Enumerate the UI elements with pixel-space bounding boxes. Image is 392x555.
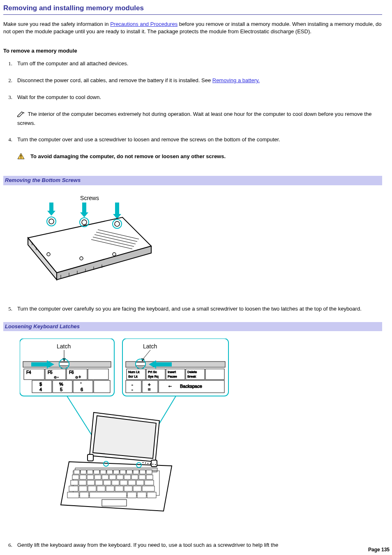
- page-title: Removing and installing memory modules: [3, 3, 382, 14]
- svg-text:$: $: [39, 382, 42, 387]
- svg-text:+: +: [148, 382, 150, 387]
- svg-rect-101: [81, 470, 86, 474]
- step-body: Turn the computer over and use a screwdr…: [17, 136, 382, 167]
- svg-rect-144: [90, 492, 127, 498]
- svg-point-152: [145, 463, 146, 463]
- steps-list-cont: 5. Turn the computer over carefully so y…: [3, 305, 382, 313]
- svg-marker-4: [47, 211, 55, 216]
- svg-text:☼-: ☼-: [53, 375, 59, 379]
- svg-text:-: -: [131, 382, 133, 387]
- svg-point-25: [113, 253, 116, 256]
- note-text: The interior of the computer becomes ext…: [17, 111, 371, 126]
- svg-point-153: [148, 463, 148, 464]
- step-4: 4. Turn the computer over and use a scre…: [3, 136, 382, 167]
- svg-rect-133: [69, 486, 78, 491]
- figure-caption-2: Loosening Keyboard Latches: [3, 322, 382, 332]
- svg-line-62: [143, 350, 150, 359]
- svg-point-154: [150, 463, 151, 464]
- svg-text:F4: F4: [26, 370, 31, 375]
- svg-rect-125: [87, 480, 95, 485]
- svg-point-151: [143, 462, 143, 463]
- svg-rect-103: [94, 470, 99, 474]
- svg-rect-137: [106, 486, 114, 491]
- svg-rect-106: [113, 470, 119, 474]
- svg-rect-136: [97, 486, 105, 491]
- svg-text:Pause: Pause: [168, 375, 177, 378]
- svg-rect-135: [88, 486, 96, 491]
- svg-rect-107: [120, 470, 126, 474]
- svg-rect-129: [120, 480, 127, 485]
- figure-bottom-screws: Screws: [20, 193, 382, 294]
- svg-rect-104: [100, 470, 106, 474]
- svg-rect-7: [115, 203, 119, 215]
- svg-text:Backspace: Backspace: [180, 384, 202, 389]
- svg-rect-3: [49, 203, 53, 212]
- svg-rect-127: [104, 480, 111, 485]
- step-number: 5.: [3, 305, 17, 313]
- svg-rect-81: [205, 369, 224, 380]
- svg-text:': ': [81, 382, 81, 387]
- figure-keyboard-latches: Latch F4 F5☼- F6☼+ $4 %5 '6 Latch Num Lk…: [20, 339, 382, 530]
- svg-text:Num Lk: Num Lk: [128, 370, 140, 374]
- svg-rect-108: [127, 470, 132, 474]
- svg-rect-126: [95, 480, 103, 485]
- svg-rect-60: [94, 380, 110, 393]
- step4-text: Turn the computer over and use a screwdr…: [17, 136, 280, 143]
- latch-label-right: Latch: [143, 343, 157, 350]
- intro-paragraph: Make sure you read the safety informatio…: [3, 21, 382, 36]
- svg-rect-111: [146, 470, 152, 474]
- removing-battery-link[interactable]: Removing a battery.: [212, 77, 260, 83]
- svg-rect-142: [67, 492, 79, 498]
- latch-label-left: Latch: [57, 343, 71, 350]
- svg-text:=: =: [148, 387, 150, 392]
- svg-rect-97: [151, 460, 157, 467]
- svg-rect-5: [82, 203, 86, 213]
- svg-rect-50: [88, 369, 108, 380]
- title-rule: [3, 14, 382, 15]
- svg-rect-128: [112, 480, 119, 485]
- step-body: Wait for the computer to cool down. The …: [17, 94, 382, 127]
- precautions-link[interactable]: Precautions and Procedures: [110, 21, 178, 27]
- step-number: 3.: [3, 94, 17, 127]
- svg-point-21: [115, 221, 120, 226]
- svg-text:-: -: [131, 387, 133, 392]
- svg-rect-65: [136, 362, 145, 366]
- svg-rect-102: [87, 470, 93, 474]
- svg-marker-6: [80, 212, 88, 217]
- svg-rect-140: [133, 486, 141, 491]
- steps-list: 1. Turn off the computer and all attache…: [3, 60, 382, 167]
- svg-rect-147: [147, 492, 156, 498]
- svg-rect-96: [88, 454, 93, 461]
- svg-rect-139: [124, 486, 132, 491]
- svg-rect-100: [74, 470, 80, 474]
- screws-label: Screws: [80, 195, 99, 201]
- step-6: 6. Gently lift the keyboard away from th…: [3, 541, 382, 549]
- svg-rect-119: [124, 475, 131, 479]
- step3-text: Wait for the computer to cool down.: [17, 94, 101, 100]
- svg-point-19: [82, 220, 87, 225]
- svg-text:Break: Break: [187, 375, 196, 378]
- svg-rect-130: [128, 480, 136, 485]
- svg-rect-121: [139, 475, 145, 479]
- intro-text-pre: Make sure you read the safety informatio…: [3, 21, 110, 27]
- svg-rect-143: [80, 492, 89, 498]
- steps-list-cont2: 6. Gently lift the keyboard away from th…: [3, 541, 382, 549]
- svg-text:Prt Sc: Prt Sc: [148, 370, 157, 374]
- step-3: 3. Wait for the computer to cool down. T…: [3, 94, 382, 127]
- step2-text-pre: Disconnect the power cord, all cables, a…: [17, 77, 212, 83]
- svg-rect-105: [107, 470, 113, 474]
- svg-point-17: [49, 219, 54, 224]
- pencil-note-icon: [17, 111, 25, 120]
- step-number: 6.: [3, 541, 17, 549]
- svg-text:4: 4: [39, 387, 42, 392]
- svg-rect-110: [140, 470, 145, 474]
- svg-rect-38: [59, 362, 69, 366]
- step-2: 2. Disconnect the power cord, all cables…: [3, 77, 382, 85]
- svg-text:6: 6: [81, 387, 83, 392]
- svg-rect-2: [21, 158, 21, 159]
- svg-rect-141: [142, 486, 154, 491]
- svg-text:F6: F6: [69, 370, 74, 375]
- svg-rect-132: [145, 480, 154, 485]
- note-block: The interior of the computer becomes ext…: [17, 111, 382, 127]
- svg-rect-123: [71, 480, 78, 485]
